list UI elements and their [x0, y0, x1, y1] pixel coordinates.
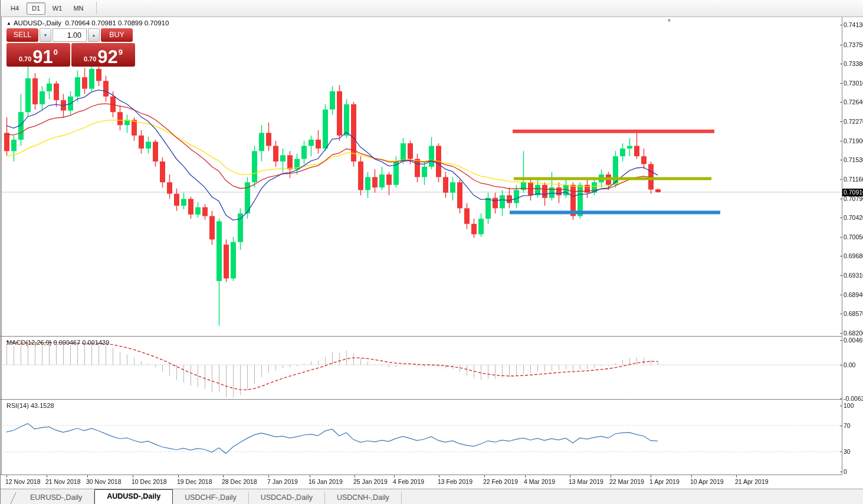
toolbar-separator: [96, 2, 97, 15]
timeframe-button-w1[interactable]: W1: [48, 2, 67, 15]
macd-axis-label: 0.00: [844, 362, 855, 368]
rsi-axis-label: 30: [844, 449, 851, 455]
trading-terminal-window: H4D1W1MN ▲AUDUSD-,Daily 0.70964 0.70981 …: [0, 0, 863, 504]
price-axis-label: 0.68200: [844, 330, 863, 337]
date-axis-label: 21 Apr 2019: [735, 479, 769, 485]
price-axis-label: 0.72640: [844, 99, 863, 106]
sell-button[interactable]: SELL: [6, 28, 38, 42]
buy-price-pip-digit: 9: [119, 48, 123, 57]
price-axis-label: 0.70420: [844, 215, 863, 221]
macd-axis-label: -0.00639: [844, 396, 863, 402]
macd-axis-label: 0.004694: [844, 337, 863, 344]
chart-symbol-label: AUDUSD-,Daily: [14, 19, 61, 27]
price-axis-label: 0.71900: [844, 138, 863, 144]
sell-price-big-digits: 91: [32, 50, 52, 65]
volume-increase-button[interactable]: ▲: [88, 28, 100, 42]
date-axis-label: 1 Apr 2019: [649, 479, 680, 485]
price-axis-label: 0.68940: [844, 292, 863, 298]
buy-price-display[interactable]: 0.70929: [71, 43, 135, 67]
price-axis-label: 0.69310: [844, 272, 863, 279]
one-click-trading-panel: SELL ▼ ▲ BUY 0.70910 0.70929: [6, 28, 135, 67]
date-axis-label: 22 Mar 2019: [609, 479, 644, 485]
date-axis-label: 22 Feb 2019: [483, 479, 518, 485]
current-price-badge: 0.70910: [842, 189, 863, 196]
price-axis-label: 0.70790: [844, 196, 863, 202]
chart-ohlc-values: 0.70964 0.70981 0.70899 0.70910: [65, 19, 169, 27]
tab-eurusddaily[interactable]: EURUSD-,Daily: [18, 492, 94, 504]
collapse-triangle-icon: ▲: [6, 21, 11, 26]
chart-shift-marker-icon[interactable]: ▼: [667, 18, 672, 24]
price-axis-label: 0.73750: [844, 42, 863, 48]
date-axis-label: 30 Nov 2018: [86, 479, 122, 485]
timeframe-button-mn[interactable]: MN: [69, 2, 88, 15]
date-axis-label: 28 Dec 2018: [222, 479, 257, 485]
price-axis-label: 0.68570: [844, 311, 863, 317]
tab-usdchfdaily[interactable]: USDCHF-,Daily: [173, 492, 249, 504]
tab-usdcnhdaily[interactable]: USDCNH-,Daily: [325, 492, 402, 504]
timeframe-toolbar: H4D1W1MN: [1, 0, 863, 17]
date-axis-label: 4 Mar 2019: [524, 479, 555, 485]
date-axis-label: 25 Jan 2019: [353, 479, 388, 485]
tab-audusddaily[interactable]: AUDUSD-,Daily: [94, 489, 173, 504]
date-axis-label: 10 Dec 2018: [132, 479, 167, 485]
date-axis-label: 13 Feb 2019: [438, 479, 472, 485]
price-axis-label: 0.72270: [844, 118, 863, 125]
price-axis-label: 0.71530: [844, 157, 863, 163]
volume-input[interactable]: [52, 28, 87, 42]
sell-price-pip-digit: 0: [54, 48, 58, 57]
tab-bar-edge-icon: [5, 492, 16, 504]
price-axis-label: 0.73010: [844, 80, 863, 87]
price-axis-label: 0.70050: [844, 234, 863, 241]
timeframe-button-h4[interactable]: H4: [5, 2, 24, 15]
date-axis-label: 16 Jan 2019: [309, 479, 343, 485]
sell-price-prefix: 0.70: [19, 55, 31, 62]
price-axis-label: 0.73380: [844, 61, 863, 67]
rsi-axis-label: 0: [844, 469, 847, 475]
date-axis-label: 19 Dec 2018: [177, 479, 212, 485]
buy-price-prefix: 0.70: [84, 55, 96, 62]
price-axis-label: 0.71160: [844, 176, 863, 183]
chart-title: ▲AUDUSD-,Daily 0.70964 0.70981 0.70899 0…: [6, 19, 169, 27]
buy-price-big-digits: 92: [97, 50, 117, 65]
date-axis-label: 7 Jan 2019: [267, 479, 298, 485]
date-axis-label: 12 Nov 2018: [5, 479, 41, 485]
date-axis-label: 10 Apr 2019: [690, 479, 724, 485]
price-axis-label: 0.74130: [844, 22, 863, 28]
sell-price-display[interactable]: 0.70910: [6, 43, 70, 67]
date-axis-label: 13 Mar 2019: [569, 479, 603, 485]
macd-indicator-label: MACD(12,26,9) 0.000467 0.001439: [6, 339, 109, 346]
chart-canvas[interactable]: [1, 0, 863, 504]
price-axis-label: 0.69680: [844, 253, 863, 259]
rsi-axis-label: 70: [844, 423, 851, 429]
tab-usdcaddaily[interactable]: USDCAD-,Daily: [249, 492, 325, 504]
timeframe-button-d1[interactable]: D1: [27, 2, 45, 15]
rsi-axis-label: 100: [844, 403, 854, 409]
rsi-indicator-label: RSI(14) 43.1528: [6, 402, 54, 409]
buy-button[interactable]: BUY: [101, 28, 133, 42]
volume-decrease-button[interactable]: ▼: [40, 28, 51, 42]
date-axis-label: 4 Feb 2019: [393, 479, 424, 485]
chart-tab-bar: EURUSD-,DailyAUDUSD-,DailyUSDCHF-,DailyU…: [1, 489, 863, 504]
date-axis-label: 21 Nov 2018: [45, 479, 81, 485]
